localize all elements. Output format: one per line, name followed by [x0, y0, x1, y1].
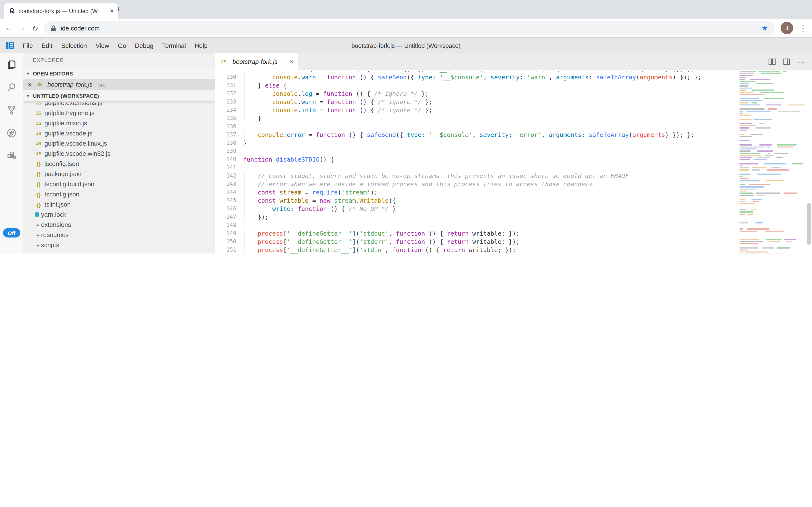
- code-line-144: 144 const stream = require('stream');: [215, 188, 737, 196]
- minimap[interactable]: [738, 71, 805, 253]
- toggle-layout-icon[interactable]: [783, 58, 790, 65]
- code-area[interactable]: 129 console.log = function () { safeSend…: [215, 71, 737, 253]
- sidebar-title: EXPLORER: [33, 57, 64, 63]
- code-line-135: 135 }: [215, 114, 737, 122]
- code-line-140: 140function disableSTDIO() {: [215, 155, 737, 164]
- file-tree: JSgulpfile.extensions.jsJSgulpfile.hygie…: [23, 103, 215, 253]
- json-icon: {}: [35, 202, 43, 207]
- code-line-141: 141: [215, 164, 737, 172]
- file-row-gulpfile.vscode.linux.js[interactable]: JSgulpfile.vscode.linux.js: [23, 138, 215, 149]
- source-control-icon[interactable]: [0, 99, 23, 121]
- file-row-tsconfig.json[interactable]: {}tsconfig.json: [23, 189, 215, 199]
- close-icon[interactable]: ×: [290, 58, 293, 65]
- file-row-gulpfile.vscode.js[interactable]: JSgulpfile.vscode.js: [23, 128, 215, 138]
- json-icon: {}: [35, 191, 43, 197]
- editor-scrollbar[interactable]: [807, 203, 811, 245]
- json-icon: {}: [35, 171, 43, 177]
- code-line-148: 148: [215, 221, 737, 229]
- file-row-yarn.lock[interactable]: yarn.lock: [23, 210, 215, 220]
- menu-file[interactable]: File: [18, 42, 37, 49]
- code-line-132: 132 console.log = function () { /* ignor…: [215, 90, 737, 98]
- chevron-down-icon: ▾: [25, 71, 31, 76]
- browser-tab[interactable]: bootstrap-fork.js — Untitled (W ×: [4, 3, 118, 19]
- menu-terminal[interactable]: Terminal: [158, 42, 190, 49]
- file-row-jsconfig.json[interactable]: {}jsconfig.json: [23, 159, 215, 169]
- menu-help[interactable]: Help: [190, 42, 212, 49]
- js-file-icon: JS: [35, 82, 43, 87]
- menu-debug[interactable]: Debug: [131, 42, 158, 49]
- menu-items: FileEditSelectionViewGoDebugTerminalHelp: [18, 42, 212, 49]
- js-icon: JS: [35, 111, 43, 115]
- menu-go[interactable]: Go: [113, 42, 131, 49]
- back-icon[interactable]: ←: [5, 24, 13, 33]
- search-icon[interactable]: [0, 76, 23, 99]
- json-icon: {}: [35, 161, 43, 167]
- menu-edit[interactable]: Edit: [37, 42, 57, 49]
- explorer-icon[interactable]: [0, 53, 23, 76]
- close-icon[interactable]: ×: [28, 81, 32, 88]
- editor-tab-label: bootstrap-fork.js: [233, 58, 277, 65]
- coder-favicon-icon: [8, 7, 15, 14]
- code-line-147: 147 });: [215, 213, 737, 221]
- code-line-136: 136: [215, 122, 737, 131]
- file-row-extensions[interactable]: ▸extensions: [23, 220, 215, 230]
- file-row-resources[interactable]: ▸resources: [23, 230, 215, 240]
- new-tab-button[interactable]: +: [116, 4, 121, 14]
- code-server-logo-icon: [6, 42, 14, 50]
- open-editors-header[interactable]: ▾ OPEN EDITORS: [23, 68, 215, 79]
- file-row-gulpfile.vscode.win32.js[interactable]: JSgulpfile.vscode.win32.js: [23, 149, 215, 159]
- editor-tab-bootstrap-fork[interactable]: JS bootstrap-fork.js ×: [215, 53, 298, 70]
- workspace-header[interactable]: ▾ UNTITLED (WORKSPACE): [23, 90, 215, 101]
- js-icon: JS: [35, 121, 43, 125]
- yarn-icon: [35, 212, 39, 217]
- explorer-sidebar: EXPLORER ▾ OPEN EDITORS × JS bootstrap-f…: [23, 53, 215, 253]
- more-actions-icon[interactable]: ⋯: [798, 57, 805, 66]
- open-editor-name: bootstrap-fork.js: [47, 81, 92, 88]
- forward-icon[interactable]: →: [18, 24, 26, 33]
- file-row-gulpfile.extensions.js[interactable]: JSgulpfile.extensions.js: [23, 103, 215, 108]
- url-bar[interactable]: ide.coder.com ★: [44, 21, 775, 35]
- file-row-package.json[interactable]: {}package.json: [23, 169, 215, 179]
- status-badge[interactable]: Off: [3, 228, 20, 237]
- editor-tabs: JS bootstrap-fork.js × ⋯: [215, 53, 812, 70]
- menu-bar: FileEditSelectionViewGoDebugTerminalHelp…: [0, 37, 812, 54]
- code-line-139: 139: [215, 147, 737, 155]
- activity-bar: Off ⚙: [0, 53, 23, 253]
- file-row-tslint.json[interactable]: {}tslint.json: [23, 199, 215, 210]
- chevron-right-icon: ▸: [35, 243, 41, 247]
- chevron-right-icon: ▸: [35, 232, 41, 237]
- code-line-138: 138}: [215, 139, 737, 147]
- menu-view[interactable]: View: [91, 42, 114, 49]
- code-line-137: 137 console.error = function () { safeSe…: [215, 131, 737, 139]
- code-line-134: 134 console.info = function () { /* igno…: [215, 106, 737, 114]
- code-line-150: 150 process['__defineGetter__']('stderr'…: [215, 237, 737, 246]
- tab-close-icon[interactable]: ×: [110, 7, 114, 14]
- browser-menu-icon[interactable]: ⋮: [799, 23, 807, 33]
- debug-icon[interactable]: [0, 121, 23, 144]
- split-editor-icon[interactable]: [768, 58, 776, 65]
- editor: JS bootstrap-fork.js × ⋯ 129 console.log…: [215, 53, 812, 253]
- reload-icon[interactable]: ↻: [32, 23, 39, 33]
- file-row-src[interactable]: ▾src: [23, 250, 215, 253]
- browser-toolbar: ← → ↻ ide.coder.com ★ J ⋮: [0, 19, 812, 37]
- open-editor-detail: src: [98, 81, 105, 87]
- js-file-icon: JS: [220, 59, 228, 64]
- json-icon: {}: [35, 181, 43, 187]
- js-icon: JS: [35, 151, 43, 156]
- bookmark-star-icon[interactable]: ★: [761, 24, 768, 33]
- file-row-gulpfile.hygiene.js[interactable]: JSgulpfile.hygiene.js: [23, 108, 215, 118]
- code-line-151: 151 process['__defineGetter__']('stdin',…: [215, 246, 737, 253]
- chevron-right-icon: ▸: [35, 222, 41, 227]
- file-row-scripts[interactable]: ▸scripts: [23, 240, 215, 250]
- file-row-tsconfig.build.json[interactable]: {}tsconfig.build.json: [23, 179, 215, 189]
- js-icon: JS: [35, 131, 43, 136]
- extensions-icon[interactable]: [0, 144, 23, 167]
- open-editor-item[interactable]: × JS bootstrap-fork.js src: [23, 79, 215, 90]
- code-line-129: 129 console.log = function () { safeSend…: [215, 71, 737, 73]
- code-line-146: 146 write: function () { /* No OP */ }: [215, 205, 737, 213]
- code-line-143: 143 // error when we are inside a forked…: [215, 180, 737, 188]
- avatar[interactable]: J: [780, 22, 793, 34]
- browser-tabstrip: bootstrap-fork.js — Untitled (W × +: [0, 0, 812, 19]
- menu-selection[interactable]: Selection: [57, 42, 91, 49]
- file-row-gulpfile.mixin.js[interactable]: JSgulpfile.mixin.js: [23, 118, 215, 128]
